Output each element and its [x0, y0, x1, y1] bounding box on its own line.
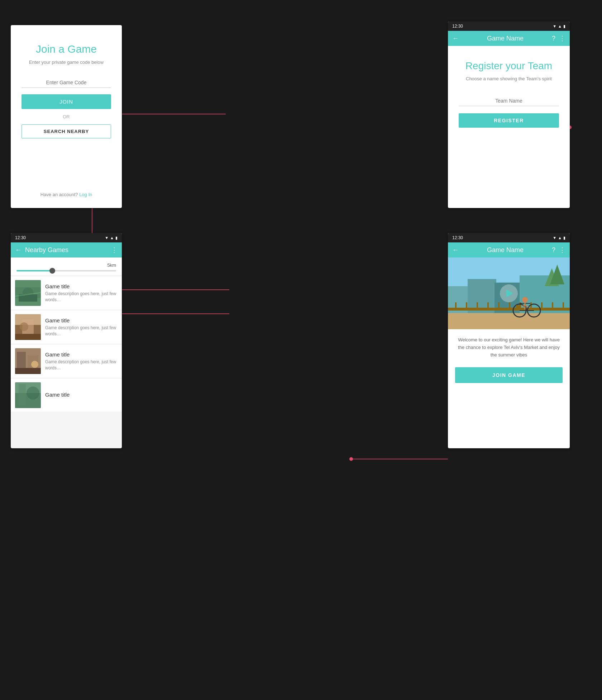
slider-thumb[interactable]: [49, 268, 55, 274]
more-icon[interactable]: ⋮: [559, 34, 565, 42]
login-footer: Have an account? Log In: [40, 192, 92, 197]
svg-rect-39: [466, 302, 467, 309]
game-item-title: Game title: [45, 392, 118, 398]
game-thumbnail: [15, 280, 41, 306]
register-toolbar: ← Game Name ? ⋮: [448, 31, 570, 46]
svg-point-9: [349, 457, 353, 461]
svg-rect-43: [509, 302, 510, 309]
detail-statusbar: 12:30 ▼ ▲ ▮: [448, 233, 570, 242]
join-game-button[interactable]: JOIN GAME: [455, 367, 563, 383]
screen-register-team: 12:30 ▼ ▲ ▮ ← Game Name ? ⋮ Register you…: [448, 22, 570, 208]
svg-rect-42: [498, 302, 500, 309]
game-info: Game title Game description goes here, j…: [45, 283, 118, 303]
statusbar-time: 12:30: [452, 24, 463, 29]
svg-rect-26: [15, 368, 41, 374]
signal-icon: ▼: [105, 236, 109, 240]
svg-rect-47: [552, 302, 553, 309]
nearby-body: 5km Game title: [11, 257, 122, 448]
help-icon[interactable]: ?: [552, 246, 555, 254]
play-triangle-icon: [506, 289, 513, 297]
back-icon[interactable]: ←: [452, 35, 459, 42]
play-button[interactable]: [500, 284, 518, 302]
signal-icon: ▼: [553, 24, 556, 28]
game-item-title: Game title: [45, 283, 118, 289]
statusbar-icons: ▼ ▲ ▮: [553, 24, 565, 29]
toolbar-title: Game Name: [462, 246, 548, 254]
svg-rect-21: [15, 334, 41, 340]
game-info: Game title Game description goes here, j…: [45, 317, 118, 337]
svg-rect-36: [448, 313, 570, 329]
screen-join-game: Join a Game Enter your private game code…: [11, 25, 122, 208]
svg-rect-48: [563, 302, 564, 309]
svg-rect-60: [516, 305, 521, 309]
game-thumbnail: [15, 382, 41, 408]
svg-rect-45: [530, 302, 532, 309]
statusbar-icons: ▼ ▲ ▮: [553, 236, 565, 240]
game-item-desc: Game description goes here, just few wor…: [45, 359, 118, 371]
game-thumbnail: [15, 348, 41, 374]
game-info: Game title Game description goes here, j…: [45, 351, 118, 371]
game-code-input[interactable]: [22, 77, 111, 88]
svg-rect-41: [487, 302, 489, 309]
distance-slider-container: 5km: [11, 257, 122, 275]
join-title: Join a Game: [36, 43, 97, 55]
game-detail-body: Welcome to our exciting game! Here we wi…: [448, 329, 570, 448]
join-subtitle: Enter your private game code below: [29, 60, 104, 65]
toolbar-title: Nearby Games: [25, 246, 108, 254]
screen-game-detail: 12:30 ▼ ▲ ▮ ← Game Name ? ⋮: [448, 233, 570, 448]
svg-rect-38: [455, 302, 457, 309]
svg-point-20: [20, 322, 28, 331]
join-button[interactable]: JOIN: [22, 94, 111, 109]
more-icon[interactable]: ⋮: [111, 246, 118, 254]
search-nearby-button[interactable]: SEARCH NEARBY: [22, 124, 111, 138]
back-icon[interactable]: ←: [452, 246, 459, 254]
game-item-title: Game title: [45, 317, 118, 323]
game-list: Game title Game description goes here, j…: [11, 276, 122, 448]
register-button[interactable]: REGISTER: [459, 113, 559, 128]
game-item-title: Game title: [45, 351, 118, 358]
wifi-icon: ▲: [558, 24, 562, 28]
wifi-icon: ▲: [110, 236, 114, 240]
game-list-item[interactable]: Game title: [11, 379, 122, 412]
register-body: Register your Team Choose a name showing…: [448, 46, 570, 208]
team-name-input[interactable]: [459, 96, 559, 106]
toolbar-title: Game Name: [462, 35, 548, 42]
game-list-item[interactable]: Game title Game description goes here, j…: [11, 276, 122, 309]
svg-point-30: [27, 387, 39, 399]
game-hero-image: [448, 257, 570, 329]
register-subtitle: Choose a name showing the Team's spirit: [466, 76, 552, 81]
game-item-desc: Game description goes here, just few wor…: [45, 325, 118, 337]
slider-label: 5km: [16, 262, 116, 268]
game-info: Game title: [45, 392, 118, 399]
more-icon[interactable]: ⋮: [559, 246, 565, 254]
statusbar-icons: ▼ ▲ ▮: [105, 236, 118, 240]
battery-icon: ▮: [563, 24, 565, 29]
statusbar-time: 12:30: [452, 235, 463, 240]
game-item-desc: Game description goes here, just few wor…: [45, 291, 118, 303]
battery-icon: ▮: [563, 236, 565, 240]
or-divider: OR: [63, 114, 70, 119]
screen-nearby-games: 12:30 ▼ ▲ ▮ ← Nearby Games ⋮ 5km: [11, 233, 122, 448]
battery-icon: ▮: [115, 236, 118, 240]
svg-point-25: [31, 361, 38, 368]
detail-toolbar: ← Game Name ? ⋮: [448, 242, 570, 257]
svg-point-56: [522, 297, 528, 303]
svg-rect-29: [19, 384, 26, 406]
login-link[interactable]: Log In: [79, 192, 92, 197]
help-icon[interactable]: ?: [552, 35, 555, 42]
register-statusbar: 12:30 ▼ ▲ ▮: [448, 22, 570, 31]
svg-rect-40: [477, 302, 478, 309]
svg-rect-46: [541, 302, 543, 309]
nearby-statusbar: 12:30 ▼ ▲ ▮: [11, 233, 122, 242]
slider-track[interactable]: [16, 270, 116, 271]
slider-fill: [16, 270, 51, 271]
nearby-toolbar: ← Nearby Games ⋮: [11, 242, 122, 257]
game-list-item[interactable]: Game title Game description goes here, j…: [11, 345, 122, 378]
game-thumbnail: [15, 314, 41, 340]
signal-icon: ▼: [553, 236, 556, 240]
statusbar-time: 12:30: [15, 235, 26, 240]
register-title: Register your Team: [465, 60, 552, 72]
game-list-item[interactable]: Game title Game description goes here, j…: [11, 311, 122, 344]
footer-text: Have an account?: [40, 192, 78, 197]
back-icon[interactable]: ←: [15, 246, 22, 254]
